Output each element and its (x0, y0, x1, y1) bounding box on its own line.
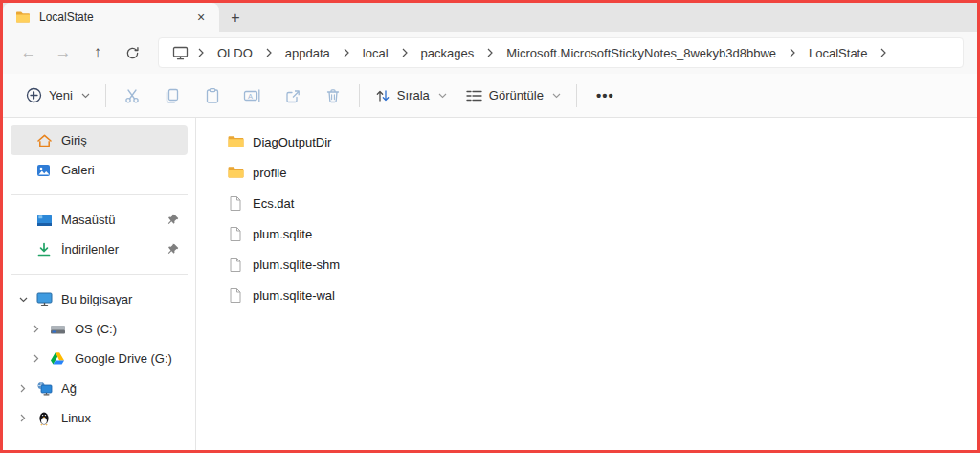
new-button[interactable]: Yeni (16, 79, 100, 112)
file-icon (227, 194, 244, 212)
file-list: DiagOutputDir profile (196, 118, 977, 450)
this-pc-icon[interactable] (165, 45, 196, 60)
network-icon (35, 380, 53, 397)
share-icon (284, 87, 301, 104)
gallery-icon (35, 162, 53, 179)
navigation-pane: Giriş Galeri (3, 118, 196, 450)
toolbar-divider (576, 84, 577, 107)
more-options-button[interactable]: ••• (583, 87, 628, 103)
sidebar-item-os-c[interactable]: OS (C:) (24, 314, 188, 344)
sidebar-item-desktop[interactable]: Masaüstü (11, 205, 188, 235)
sidebar-item-this-pc[interactable]: Bu bilgisayar (11, 284, 188, 314)
copy-button[interactable] (152, 79, 192, 112)
toolbar-divider (105, 84, 106, 107)
file-row-plum-sqlite-wal[interactable]: plum.sqlite-wal (223, 280, 529, 310)
breadcrumb-item-localstate[interactable]: LocalState (797, 40, 879, 65)
file-name: plum.sqlite-shm (253, 258, 340, 272)
copy-icon (164, 87, 181, 104)
sidebar-item-google-drive[interactable]: Google Drive (G:) (24, 344, 188, 374)
chevron-collapsed-icon[interactable] (11, 414, 35, 422)
hard-drive-icon (49, 321, 66, 338)
breadcrumb-chevron-icon (400, 48, 410, 57)
chevron-collapsed-icon[interactable] (24, 354, 49, 363)
breadcrumb-chevron-icon (788, 48, 797, 57)
chevron-down-icon (552, 93, 561, 99)
up-button[interactable]: ↑ (81, 37, 114, 68)
delete-button[interactable] (313, 79, 353, 112)
paste-button[interactable] (192, 79, 233, 112)
file-name: plum.sqlite-wal (253, 288, 335, 303)
breadcrumb-item-appdata[interactable]: appdata (274, 40, 342, 65)
breadcrumb-chevron-icon (485, 48, 495, 57)
command-toolbar: Yeni (3, 74, 977, 118)
breadcrumb-item-packages[interactable]: packages (410, 40, 486, 65)
file-explorer-window: LocalState × + ← → ↑ OLDO (0, 0, 980, 453)
breadcrumb-item-local[interactable]: local (351, 40, 400, 65)
folder-icon (14, 9, 32, 26)
address-bar[interactable]: OLDO appdata local packages Microsoft.Mi… (158, 37, 964, 68)
file-name: profile (253, 166, 286, 180)
view-button[interactable]: Görüntüle (457, 79, 570, 112)
sidebar-divider (11, 194, 188, 195)
back-button[interactable]: ← (12, 37, 45, 68)
file-row-plum-sqlite-shm[interactable]: plum.sqlite-shm (223, 249, 529, 280)
sidebar-item-linux[interactable]: Linux (11, 403, 188, 433)
rename-icon: A (243, 87, 261, 104)
sidebar-item-home[interactable]: Giriş (11, 125, 188, 155)
new-button-label: Yeni (49, 88, 73, 102)
sidebar-divider (11, 274, 188, 275)
file-row-plum-sqlite[interactable]: plum.sqlite (223, 218, 529, 249)
file-icon (227, 286, 244, 304)
google-drive-icon (49, 351, 66, 368)
share-button[interactable] (273, 79, 313, 112)
file-row-profile[interactable]: profile (223, 157, 529, 188)
navigation-bar: ← → ↑ OLDO appdata (3, 32, 977, 74)
breadcrumb-item-stickynotes[interactable]: Microsoft.MicrosoftStickyNotes_8wekyb3d8… (495, 40, 788, 65)
download-icon (35, 241, 53, 259)
sort-button[interactable]: Sırala (366, 79, 457, 112)
sort-arrows-icon (375, 88, 390, 103)
breadcrumb-chevron-icon (196, 48, 206, 57)
desktop-icon (35, 212, 53, 229)
new-tab-button[interactable]: + (219, 5, 252, 32)
plus-circle-icon (26, 87, 42, 103)
tab-close-button[interactable]: × (190, 7, 212, 28)
tab-bar: LocalState × + (3, 3, 977, 32)
forward-button[interactable]: → (47, 37, 79, 68)
sidebar-item-label: Ağ (61, 381, 180, 396)
pin-icon (167, 214, 180, 226)
chevron-down-icon (81, 93, 90, 99)
file-icon (227, 256, 244, 273)
sidebar-item-label: Bu bilgisayar (61, 292, 180, 306)
view-button-label: Görüntüle (489, 88, 544, 102)
computer-icon (35, 291, 53, 308)
breadcrumb-chevron-icon (342, 48, 351, 57)
file-row-ecs-dat[interactable]: Ecs.dat (223, 188, 529, 218)
toolbar-divider (359, 84, 360, 107)
view-list-icon (466, 89, 482, 102)
sidebar-item-label: Galeri (61, 163, 180, 177)
file-name: Ecs.dat (253, 196, 294, 211)
file-name: DiagOutputDir (253, 135, 331, 149)
clipboard-icon (204, 87, 221, 104)
sidebar-item-label: OS (C:) (75, 322, 180, 336)
pin-icon (167, 243, 180, 256)
refresh-button[interactable] (116, 37, 148, 68)
chevron-collapsed-icon[interactable] (24, 325, 49, 333)
sidebar-item-network[interactable]: Ağ (11, 374, 188, 403)
sidebar-item-gallery[interactable]: Galeri (11, 155, 188, 185)
sidebar-item-downloads[interactable]: İndirilenler (11, 235, 188, 264)
cut-button[interactable] (112, 79, 152, 112)
tab-localstate[interactable]: LocalState × (3, 3, 219, 32)
breadcrumb-item-oldo[interactable]: OLDO (206, 40, 264, 65)
breadcrumb-chevron-icon (264, 48, 274, 57)
rename-button[interactable]: A (233, 79, 273, 112)
scissors-icon (123, 87, 141, 104)
chevron-expanded-icon[interactable] (11, 297, 35, 303)
folder-icon (227, 164, 244, 181)
sidebar-item-label: Linux (61, 411, 180, 425)
file-row-diagoutputdir[interactable]: DiagOutputDir (223, 126, 529, 157)
trash-icon (324, 87, 342, 104)
chevron-collapsed-icon[interactable] (11, 384, 35, 393)
folder-icon (227, 133, 244, 150)
